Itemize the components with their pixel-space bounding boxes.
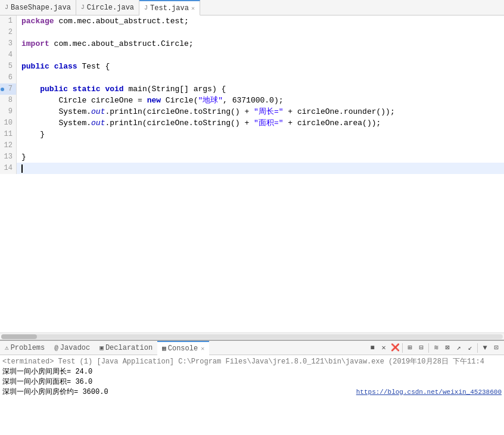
code-line-14: 14 xyxy=(0,163,504,174)
separator-3 xyxy=(477,343,478,353)
line-num-2: 2 xyxy=(0,27,17,38)
console-line-3: 深圳一间小房间房价约= 3600.0 https://blog.csdn.net… xyxy=(2,387,502,397)
panel-tab-problems[interactable]: ⚠ Problems xyxy=(0,341,49,355)
editor-tab-bar: J BaseShape.java J Circle.java J Test.ja… xyxy=(0,0,504,15)
code-line-10: 10 System.out.println(circleOne.toString… xyxy=(0,117,504,129)
code-content-13: } xyxy=(19,151,26,163)
code-content-11: } xyxy=(19,129,45,140)
console-line-1: 深圳一间小房间周长= 24.0 xyxy=(2,366,502,377)
copy-button[interactable]: ⊞ xyxy=(405,343,415,353)
console-output: <terminated> Test (1) [Java Application]… xyxy=(0,355,504,435)
line-num-14: 14 xyxy=(0,163,17,174)
tab-baseshape[interactable]: J BaseShape.java xyxy=(0,0,76,15)
code-content-1: package com.mec.about_abstruct.test; xyxy=(19,15,189,27)
paste-button[interactable]: ⊟ xyxy=(416,343,427,353)
code-content-2 xyxy=(19,27,26,38)
tab-test[interactable]: J Test.java ✕ xyxy=(139,0,200,15)
line-num-11: 11 xyxy=(0,129,17,140)
tab-circle[interactable]: J Circle.java xyxy=(76,0,139,15)
line-num-5: 5 xyxy=(0,61,17,72)
scroll-lock-button[interactable]: ≋ xyxy=(431,343,441,353)
line-num-4: 4 xyxy=(0,49,17,61)
separator-2 xyxy=(428,343,429,353)
tab-label-baseshape: BaseShape.java xyxy=(11,4,71,12)
console-line-2: 深圳一间小房间面积= 36.0 xyxy=(2,377,502,387)
declaration-icon: ▣ xyxy=(99,344,104,352)
java-file-icon-baseshape: J xyxy=(5,4,8,11)
open-in-console-button[interactable]: ↗ xyxy=(453,343,464,353)
code-editor[interactable]: 1 package com.mec.about_abstruct.test; 2… xyxy=(0,15,504,340)
console-output-2: 深圳一间小房间面积= 36.0 xyxy=(2,378,92,386)
code-line-9: 9 System.out.println(circleOne.toString(… xyxy=(0,106,504,117)
code-line-7: 7 public static void main(String[] args)… xyxy=(0,83,504,95)
line-num-8: 8 xyxy=(0,95,17,106)
bottom-panel: ⚠ Problems @ Javadoc ▣ Declaration ▦ Con… xyxy=(0,340,504,435)
line-num-7: 7 xyxy=(0,83,17,95)
stop-button[interactable]: ■ xyxy=(367,343,378,353)
remove-launches-button[interactable]: ✕ xyxy=(378,343,389,353)
code-content-9: System.out.println(circleOne.toString() … xyxy=(19,106,395,117)
code-line-13: 13 } xyxy=(0,151,504,163)
code-line-4: 4 xyxy=(0,49,504,61)
panel-tab-label-javadoc: Javadoc xyxy=(60,344,90,352)
console-terminated-line: <terminated> Test (1) [Java Application]… xyxy=(2,356,502,366)
line-num-3: 3 xyxy=(0,38,17,49)
console-output-3: 深圳一间小房间房价约= 3600.0 xyxy=(2,387,108,397)
panel-tab-label-problems: Problems xyxy=(11,344,45,352)
close-tab-button[interactable]: ✕ xyxy=(191,5,195,12)
panel-tab-declaration[interactable]: ▣ Declaration xyxy=(95,341,157,355)
code-content-5: public class Test { xyxy=(19,61,110,72)
code-line-3: 3 import com.mec.about_abstruct.Circle; xyxy=(0,38,504,49)
code-content-10: System.out.println(circleOne.toString() … xyxy=(19,117,381,129)
panel-tab-javadoc[interactable]: @ Javadoc xyxy=(49,341,95,355)
tab-label-test: Test.java xyxy=(150,4,189,13)
scroll-track xyxy=(1,334,503,339)
code-content-7: public static void main(String[] args) { xyxy=(19,83,226,95)
line-num-10: 10 xyxy=(0,117,17,129)
javadoc-icon: @ xyxy=(54,344,58,352)
view-menu-button[interactable]: ▼ xyxy=(480,343,490,353)
panel-tab-label-console: Console xyxy=(168,344,198,353)
code-content-8: Circle circleOne = new Circle("地球", 6371… xyxy=(19,95,284,106)
line-num-6: 6 xyxy=(0,72,17,83)
scroll-thumb[interactable] xyxy=(1,334,37,339)
java-file-icon-test: J xyxy=(144,5,148,11)
code-content-6 xyxy=(19,72,26,83)
terminated-text: <terminated> Test (1) [Java Application]… xyxy=(2,358,484,366)
code-line-8: 8 Circle circleOne = new Circle("地球", 63… xyxy=(0,95,504,106)
console-toolbar: ■ ✕ ❌ ⊞ ⊟ ≋ ⊠ ↗ ↙ ▼ ⊡ xyxy=(365,341,504,355)
code-line-12: 12 xyxy=(0,140,504,151)
java-file-icon-circle: J xyxy=(81,4,85,11)
code-line-1: 1 package com.mec.about_abstruct.test; xyxy=(0,15,504,27)
console-output-1: 深圳一间小房间周长= 24.0 xyxy=(2,368,92,376)
csdn-link[interactable]: https://blog.csdn.net/weixin_45238600 xyxy=(356,389,502,396)
code-content-3: import com.mec.about_abstruct.Circle; xyxy=(19,38,194,49)
code-line-5: 5 public class Test { xyxy=(0,61,504,72)
separator-1 xyxy=(402,343,403,353)
panel-tab-console[interactable]: ▦ Console ✕ xyxy=(157,341,209,355)
code-content-12 xyxy=(19,140,26,151)
code-line-6: 6 xyxy=(0,72,504,83)
pin-console-button[interactable]: ↙ xyxy=(465,343,475,353)
tab-label-circle: Circle.java xyxy=(87,4,134,12)
code-content-14 xyxy=(19,163,23,174)
console-icon: ▦ xyxy=(162,344,166,352)
line-num-1: 1 xyxy=(0,15,17,27)
close-console-tab[interactable]: ✕ xyxy=(201,345,204,352)
horizontal-scrollbar[interactable] xyxy=(0,333,504,340)
panel-tab-label-declaration: Declaration xyxy=(105,344,153,352)
line-num-13: 13 xyxy=(0,151,17,163)
minimize-button[interactable]: ⊡ xyxy=(491,343,502,353)
code-line-2: 2 xyxy=(0,27,504,38)
clear-console-button[interactable]: ❌ xyxy=(390,343,400,353)
line-num-9: 9 xyxy=(0,106,17,117)
word-wrap-button[interactable]: ⊠ xyxy=(442,343,453,353)
code-line-11: 11 } xyxy=(0,129,504,140)
code-lines-container: 1 package com.mec.about_abstruct.test; 2… xyxy=(0,15,504,333)
problems-icon: ⚠ xyxy=(5,344,9,352)
line-num-12: 12 xyxy=(0,140,17,151)
code-content-4 xyxy=(19,49,26,61)
